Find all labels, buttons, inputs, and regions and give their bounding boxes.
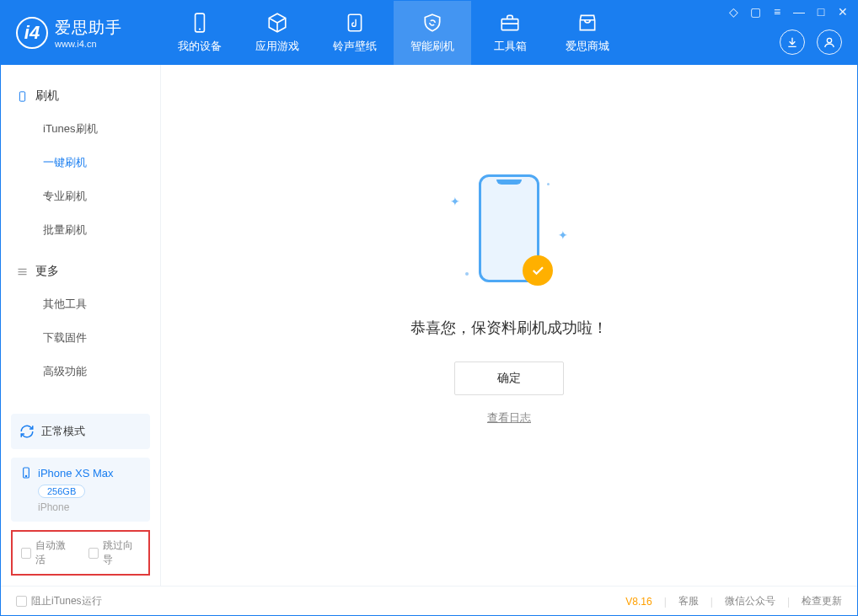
app-header: i4 爱思助手 www.i4.cn 我的设备 应用游戏 铃声壁纸 智能刷机 工具… [1, 1, 857, 65]
sidebar-item-download-firmware[interactable]: 下载固件 [1, 321, 160, 355]
user-button[interactable] [817, 29, 842, 55]
sidebar-item-advanced[interactable]: 高级功能 [1, 355, 160, 388]
nav-my-device[interactable]: 我的设备 [161, 1, 239, 65]
checkbox-block-itunes[interactable]: 阻止iTunes运行 [16, 594, 102, 608]
device-name-row: iPhone XS Max [19, 466, 142, 479]
sidebar-item-onekey-flash[interactable]: 一键刷机 [1, 146, 160, 179]
list-icon [16, 265, 29, 278]
phone-small-icon [19, 466, 33, 479]
header-right-icons [780, 29, 842, 55]
separator: | [664, 596, 667, 608]
nav-label: 爱思商城 [566, 39, 609, 54]
svg-rect-5 [19, 91, 24, 100]
svg-point-4 [827, 38, 831, 42]
logo-text: 爱思助手 www.i4.cn [55, 17, 122, 49]
main-nav: 我的设备 应用游戏 铃声壁纸 智能刷机 工具箱 爱思商城 [161, 1, 626, 65]
svg-rect-2 [348, 14, 361, 31]
footer-link-wechat[interactable]: 微信公众号 [725, 594, 775, 608]
refresh-icon [19, 424, 35, 439]
checkmark-icon [530, 263, 545, 278]
device-info-box[interactable]: iPhone XS Max 256GB iPhone [11, 458, 150, 522]
checkbox-icon [21, 548, 31, 559]
window-controls: ◇ ▢ ≡ — □ ✕ [726, 4, 850, 19]
skin-icon[interactable]: ◇ [726, 4, 741, 19]
svg-rect-3 [501, 19, 518, 30]
download-icon [786, 35, 799, 49]
sidebar-header-label: 更多 [35, 264, 59, 279]
phone-outline-icon [16, 90, 29, 103]
nav-toolbox[interactable]: 工具箱 [471, 1, 549, 65]
device-mode-box[interactable]: 正常模式 [11, 414, 150, 449]
logo-area: i4 爱思助手 www.i4.cn [1, 17, 161, 49]
nav-ringtone[interactable]: 铃声壁纸 [316, 1, 394, 65]
footer-link-service[interactable]: 客服 [678, 594, 699, 608]
separator: | [787, 596, 790, 608]
view-log-link[interactable]: 查看日志 [487, 410, 531, 426]
download-button[interactable] [780, 29, 805, 55]
main-content: ✦ ✦ 恭喜您，保资料刷机成功啦！ 确定 查看日志 [161, 65, 857, 586]
feedback-icon[interactable]: ▢ [748, 4, 763, 19]
sidebar-item-itunes-flash[interactable]: iTunes刷机 [1, 112, 160, 146]
phone-notch-icon [496, 179, 522, 185]
device-name: iPhone XS Max [38, 467, 114, 479]
mode-label: 正常模式 [41, 424, 85, 439]
ok-button[interactable]: 确定 [454, 362, 564, 395]
sidebar-section-more: 更多 其他工具 下载固件 高级功能 [1, 255, 160, 388]
nav-label: 智能刷机 [410, 39, 454, 54]
sidebar-header-flash[interactable]: 刷机 [1, 80, 160, 112]
checkbox-skip-guide[interactable]: 跳过向导 [88, 538, 141, 567]
check-badge-icon [523, 255, 553, 286]
nav-store[interactable]: 爱思商城 [549, 1, 626, 65]
cube-icon [266, 12, 288, 34]
nav-apps[interactable]: 应用游戏 [239, 1, 316, 65]
user-icon [823, 35, 836, 49]
sidebar-item-other-tools[interactable]: 其他工具 [1, 287, 160, 321]
briefcase-icon [499, 12, 521, 34]
success-illustration: ✦ ✦ [433, 174, 585, 292]
sidebar-section-flash: 刷机 iTunes刷机 一键刷机 专业刷机 批量刷机 [1, 80, 160, 247]
dot-icon [547, 183, 550, 185]
checkbox-label: 跳过向导 [103, 538, 140, 567]
sidebar-item-pro-flash[interactable]: 专业刷机 [1, 179, 160, 213]
sidebar-header-label: 刷机 [35, 88, 59, 104]
menu-icon[interactable]: ≡ [770, 4, 785, 19]
footer-link-update[interactable]: 检查更新 [802, 594, 842, 608]
phone-icon [189, 12, 211, 34]
checkbox-icon [16, 596, 27, 607]
sidebar: 刷机 iTunes刷机 一键刷机 专业刷机 批量刷机 更多 其他工具 下载固件 … [1, 65, 161, 586]
sidebar-header-more[interactable]: 更多 [1, 255, 160, 287]
checkbox-icon [88, 548, 99, 559]
device-type: iPhone [38, 501, 142, 513]
version-label: V8.16 [625, 596, 652, 608]
refresh-shield-icon [421, 12, 443, 34]
sidebar-item-batch-flash[interactable]: 批量刷机 [1, 213, 160, 247]
device-storage: 256GB [38, 485, 85, 498]
checkbox-auto-activate[interactable]: 自动激活 [21, 538, 73, 567]
highlighted-checkbox-row: 自动激活 跳过向导 [11, 530, 150, 576]
nav-label: 应用游戏 [255, 39, 299, 54]
nav-smart-flash[interactable]: 智能刷机 [394, 1, 471, 65]
logo-icon: i4 [16, 17, 48, 49]
close-button[interactable]: ✕ [835, 4, 850, 19]
sidebar-bottom: 正常模式 iPhone XS Max 256GB iPhone 自动激活 跳过向… [1, 414, 160, 586]
app-title: 爱思助手 [55, 17, 122, 39]
app-body: 刷机 iTunes刷机 一键刷机 专业刷机 批量刷机 更多 其他工具 下载固件 … [1, 65, 857, 586]
sparkle-icon: ✦ [558, 228, 568, 242]
success-message: 恭喜您，保资料刷机成功啦！ [410, 318, 608, 338]
nav-label: 铃声壁纸 [333, 39, 377, 54]
minimize-button[interactable]: — [791, 4, 807, 19]
separator: | [711, 596, 713, 608]
footer-right: V8.16 | 客服 | 微信公众号 | 检查更新 [625, 594, 842, 608]
sparkle-icon: ✦ [450, 195, 460, 208]
maximize-button[interactable]: □ [813, 4, 829, 19]
nav-label: 我的设备 [178, 39, 222, 54]
app-subtitle: www.i4.cn [55, 39, 122, 49]
svg-point-7 [25, 475, 26, 476]
svg-point-1 [199, 29, 201, 30]
checkbox-label: 自动激活 [35, 538, 72, 567]
checkbox-label: 阻止iTunes运行 [31, 594, 102, 608]
footer: 阻止iTunes运行 V8.16 | 客服 | 微信公众号 | 检查更新 [1, 586, 857, 616]
nav-label: 工具箱 [494, 39, 527, 54]
dot-icon [465, 272, 469, 276]
music-file-icon [344, 12, 366, 34]
